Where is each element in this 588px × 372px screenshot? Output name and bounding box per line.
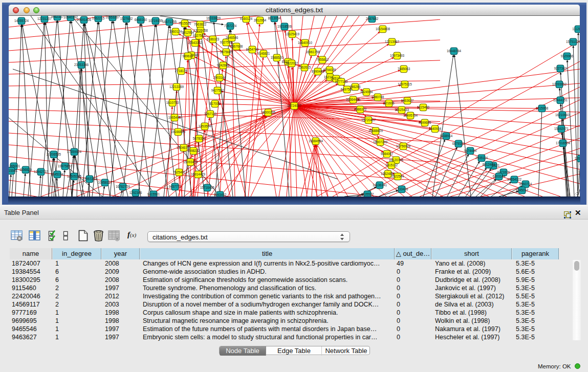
svg-text:7485063: 7485063	[398, 67, 410, 71]
svg-text:16782759: 16782759	[116, 185, 130, 188]
svg-text:18724007: 18724007	[287, 104, 302, 107]
svg-text:16553267: 16553267	[105, 16, 120, 19]
svg-text:9462337: 9462337	[51, 16, 64, 18]
svg-text:12213967: 12213967	[385, 40, 400, 43]
svg-text:18300295: 18300295	[261, 111, 276, 114]
svg-text:15692971: 15692971	[554, 127, 569, 130]
svg-text:6466160: 6466160	[135, 18, 147, 21]
svg-text:10120746: 10120746	[389, 158, 404, 162]
svg-text:20691406: 20691406	[77, 18, 92, 21]
svg-text:9084067: 9084067	[381, 152, 394, 156]
svg-text:9160124: 9160124	[240, 17, 253, 20]
svg-text:16210643: 16210643	[555, 113, 570, 117]
svg-text:1080748: 1080748	[372, 95, 384, 99]
svg-text:15093459: 15093459	[183, 160, 198, 164]
svg-text:15720407: 15720407	[361, 118, 376, 122]
svg-text:8012443: 8012443	[483, 163, 495, 166]
svg-text:7625402: 7625402	[173, 170, 186, 174]
svg-text:12444151: 12444151	[553, 98, 568, 102]
svg-text:13495794: 13495794	[403, 114, 418, 117]
svg-text:2935114: 2935114	[475, 156, 488, 160]
svg-text:1062215: 1062215	[92, 16, 105, 20]
svg-text:746266: 746266	[350, 85, 361, 89]
svg-text:10025433: 10025433	[395, 108, 409, 112]
svg-text:3915541: 3915541	[9, 169, 18, 172]
svg-text:20364436: 20364436	[346, 98, 361, 101]
svg-text:19218506: 19218506	[277, 25, 292, 28]
svg-text:1498222: 1498222	[187, 149, 200, 152]
svg-text:13226058: 13226058	[193, 29, 208, 32]
svg-text:1292346: 1292346	[129, 191, 142, 194]
svg-text:7663822: 7663822	[194, 23, 207, 26]
svg-text:989612: 989612	[182, 54, 193, 58]
svg-text:9146821: 9146821	[257, 52, 270, 55]
svg-text:7955812: 7955812	[316, 58, 329, 61]
svg-text:10958117: 10958117	[98, 181, 112, 184]
svg-text:1112804: 1112804	[572, 27, 580, 31]
svg-text:6803144: 6803144	[493, 174, 506, 178]
svg-text:1065493: 1065493	[168, 116, 181, 119]
svg-text:12093852: 12093852	[552, 82, 567, 86]
svg-text:19166825: 19166825	[171, 130, 186, 134]
svg-text:19384554: 19384554	[309, 139, 323, 143]
svg-text:10688609: 10688609	[368, 129, 383, 133]
svg-text:19975857: 19975857	[58, 164, 73, 168]
svg-text:2367608: 2367608	[230, 45, 243, 48]
svg-text:6794028: 6794028	[323, 68, 336, 72]
svg-text:12231207: 12231207	[37, 17, 52, 20]
svg-text:1353594: 1353594	[199, 124, 211, 128]
svg-text:8186323: 8186323	[207, 37, 220, 41]
svg-text:817006: 817006	[209, 102, 221, 105]
svg-text:12975115: 12975115	[398, 82, 412, 86]
svg-text:8938914: 8938914	[440, 134, 453, 138]
svg-text:7515526: 7515526	[179, 21, 191, 25]
svg-text:15751074: 15751074	[566, 40, 580, 43]
svg-text:9227343: 9227343	[554, 67, 567, 70]
svg-text:8960714: 8960714	[519, 182, 532, 186]
svg-text:12505135: 12505135	[67, 174, 82, 178]
svg-text:1640934: 1640934	[429, 127, 442, 130]
svg-text:17359924: 17359924	[67, 150, 82, 154]
svg-text:20206535: 20206535	[47, 152, 61, 156]
svg-text:16543362: 16543362	[188, 41, 203, 45]
svg-text:9777169: 9777169	[335, 80, 348, 83]
svg-text:17016504: 17016504	[556, 141, 571, 145]
svg-text:9242848: 9242848	[217, 63, 230, 67]
svg-text:9115460: 9115460	[417, 105, 430, 109]
svg-text:8990448: 8990448	[312, 70, 324, 73]
svg-text:1610753: 1610753	[166, 101, 179, 104]
svg-text:2522544: 2522544	[391, 174, 404, 178]
svg-text:2718176: 2718176	[175, 69, 188, 73]
svg-text:9245012: 9245012	[579, 170, 580, 173]
svg-text:8813054: 8813054	[268, 16, 281, 20]
svg-text:1527602: 1527602	[120, 17, 133, 20]
svg-text:9699695: 9699695	[419, 121, 431, 124]
svg-text:3960124: 3960124	[169, 30, 182, 33]
svg-text:9245012: 9245012	[516, 188, 529, 192]
svg-text:1093452: 1093452	[214, 193, 227, 196]
svg-text:18907249: 18907249	[373, 140, 388, 144]
svg-text:1145194: 1145194	[51, 172, 64, 176]
svg-text:10654122: 10654122	[507, 178, 522, 181]
svg-text:16914479: 16914479	[191, 172, 206, 176]
svg-text:1733426: 1733426	[396, 187, 408, 191]
svg-text:16961758: 16961758	[306, 50, 320, 54]
svg-text:2646546: 2646546	[226, 36, 238, 39]
svg-text:15716485: 15716485	[200, 186, 215, 189]
svg-text:3822037: 3822037	[286, 61, 298, 65]
svg-text:17957253: 17957253	[82, 177, 97, 181]
svg-text:10756928: 10756928	[396, 144, 411, 148]
svg-text:10719155: 10719155	[148, 19, 163, 23]
svg-text:2903144: 2903144	[213, 76, 226, 79]
svg-text:7357224: 7357224	[224, 24, 237, 28]
svg-text:12213369: 12213369	[169, 85, 184, 89]
svg-text:3215958: 3215958	[536, 106, 549, 110]
svg-text:1156829: 1156829	[19, 168, 32, 171]
svg-text:6879197: 6879197	[452, 142, 465, 145]
svg-text:1267534: 1267534	[575, 157, 580, 160]
svg-text:3912954: 3912954	[254, 18, 267, 22]
svg-text:9457771: 9457771	[169, 185, 182, 188]
svg-text:14136141: 14136141	[373, 183, 387, 187]
svg-text:10154808: 10154808	[376, 27, 390, 31]
svg-text:1615112: 1615112	[385, 163, 398, 167]
